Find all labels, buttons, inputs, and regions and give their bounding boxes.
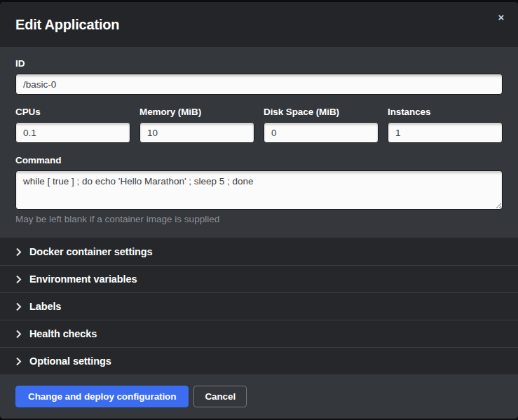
section-health-checks[interactable]: Health checks xyxy=(0,320,518,347)
command-label: Command xyxy=(15,155,503,165)
edit-application-form: ID CPUs Memory (MiB) Disk Space (MiB) In… xyxy=(0,47,518,238)
command-field-group: Command while [ true ] ; do echo 'Hello … xyxy=(15,155,503,224)
section-docker-container-settings[interactable]: Docker container settings xyxy=(0,238,518,265)
section-label: Environment variables xyxy=(29,273,137,285)
cpus-label: CPUs xyxy=(15,107,130,117)
instances-field-group: Instances xyxy=(388,107,503,143)
accordion-sections: Docker container settings Environment va… xyxy=(0,238,518,374)
cancel-button[interactable]: Cancel xyxy=(193,386,247,407)
disk-label: Disk Space (MiB) xyxy=(264,107,379,117)
disk-field-group: Disk Space (MiB) xyxy=(264,107,379,143)
chevron-right-icon xyxy=(15,248,22,257)
change-and-deploy-button[interactable]: Change and deploy configuration xyxy=(15,386,189,407)
edit-application-modal: Edit Application × ID CPUs Memory (MiB) … xyxy=(0,2,518,419)
instances-input[interactable] xyxy=(388,122,503,143)
modal-title: Edit Application xyxy=(15,17,119,33)
cpus-input[interactable] xyxy=(15,122,130,143)
resources-row: CPUs Memory (MiB) Disk Space (MiB) Insta… xyxy=(15,107,503,143)
section-label: Labels xyxy=(29,301,61,312)
id-field-group: ID xyxy=(15,58,503,95)
disk-input[interactable] xyxy=(264,122,379,143)
command-textarea[interactable]: while [ true ] ; do echo 'Hello Marathon… xyxy=(15,170,503,210)
id-label: ID xyxy=(15,58,503,69)
section-environment-variables[interactable]: Environment variables xyxy=(0,265,518,292)
memory-input[interactable] xyxy=(139,122,254,143)
chevron-right-icon xyxy=(15,330,22,339)
section-labels[interactable]: Labels xyxy=(0,292,518,320)
section-label: Optional settings xyxy=(29,355,111,367)
chevron-right-icon xyxy=(15,357,22,366)
memory-field-group: Memory (MiB) xyxy=(139,107,254,143)
chevron-right-icon xyxy=(15,275,22,284)
section-label: Health checks xyxy=(29,328,97,339)
section-label: Docker container settings xyxy=(29,246,153,257)
memory-label: Memory (MiB) xyxy=(139,107,254,117)
id-input[interactable] xyxy=(15,74,503,95)
modal-footer: Change and deploy configuration Cancel xyxy=(0,374,518,419)
modal-header: Edit Application × xyxy=(0,2,518,47)
chevron-right-icon xyxy=(15,302,22,311)
command-help-text: May be left blank if a container image i… xyxy=(15,214,503,224)
close-icon[interactable]: × xyxy=(493,9,510,26)
instances-label: Instances xyxy=(388,107,503,117)
cpus-field-group: CPUs xyxy=(15,107,130,143)
section-optional-settings[interactable]: Optional settings xyxy=(0,347,518,374)
